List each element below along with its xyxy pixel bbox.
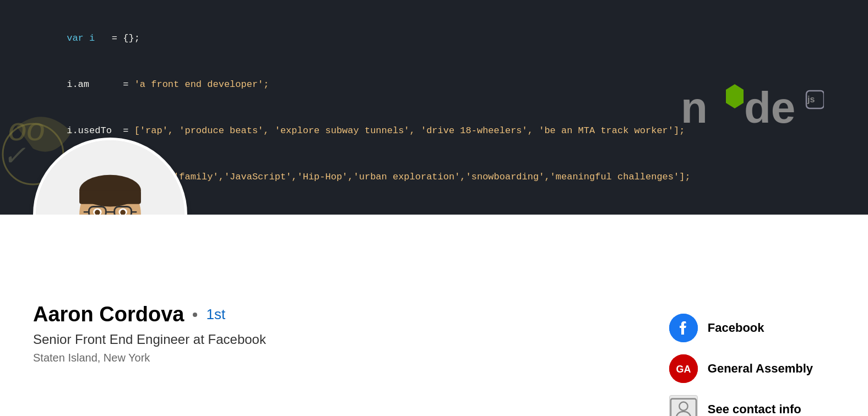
- svg-text:js: js: [807, 95, 815, 104]
- contact-info-logo: [669, 395, 698, 416]
- svg-marker-4: [726, 84, 744, 108]
- svg-point-29: [679, 402, 687, 410]
- company-item-facebook[interactable]: Facebook: [669, 314, 813, 342]
- svg-text:GA: GA: [676, 364, 691, 375]
- profile-right: Facebook GA General Assembly: [669, 303, 868, 416]
- name-row: Aaron Cordova 1st: [33, 303, 266, 326]
- nodejs-logo: n de js: [681, 80, 824, 135]
- profile-headline: Senior Front End Engineer at Facebook: [33, 332, 266, 347]
- company-item-contact[interactable]: See contact info: [669, 395, 813, 416]
- dot-separator: [193, 313, 197, 317]
- profile-info: Aaron Cordova 1st Senior Front End Engin…: [0, 215, 868, 416]
- contact-info-label: See contact info: [708, 402, 801, 416]
- facebook-logo: [669, 314, 698, 342]
- svg-rect-14: [79, 191, 141, 204]
- connection-degree: 1st: [206, 306, 225, 323]
- company-item-ga[interactable]: GA General Assembly: [669, 354, 813, 383]
- company-name-ga: General Assembly: [708, 362, 813, 376]
- ga-logo: GA: [669, 354, 698, 383]
- company-name-facebook: Facebook: [708, 321, 764, 335]
- profile-left: Aaron Cordova 1st Senior Front End Engin…: [33, 303, 266, 364]
- svg-text:n: n: [681, 83, 708, 132]
- profile-name: Aaron Cordova: [33, 303, 184, 326]
- banner: oo ✓ var i = {}; i.am = 'a front end dev…: [0, 0, 868, 215]
- profile-location: Staten Island, New York: [33, 352, 266, 364]
- profile-container: oo ✓ var i = {}; i.am = 'a front end dev…: [0, 0, 868, 416]
- svg-text:✓: ✓: [3, 140, 26, 171]
- svg-text:de: de: [744, 83, 795, 132]
